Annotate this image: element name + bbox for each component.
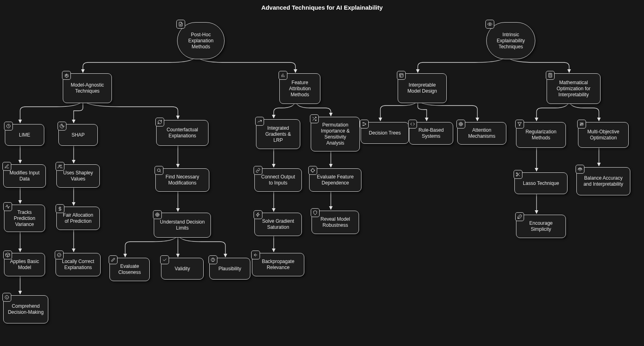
diagram-title: Advanced Techniques for AI Explainabilit…	[0, 4, 644, 11]
svg-point-0	[489, 24, 491, 25]
svg-point-7	[365, 124, 366, 124]
node-tracks-variance: Tracks Prediction Variance	[4, 205, 45, 232]
node-solve-gradient: Solve Gradient Saturation	[254, 213, 302, 236]
node-permutation: Permutation Importance & Sensitivity Ana…	[311, 117, 360, 151]
svg-point-13	[582, 124, 583, 124]
cube-icon	[3, 251, 12, 259]
node-integrated-grad: Integrated Gradients & LRP	[256, 119, 300, 149]
node-label: Comprehend Decision-Making	[8, 303, 44, 315]
layout-icon	[397, 71, 406, 80]
node-fair-allocation: Fair Allocation of Prediction	[56, 207, 100, 230]
node-label: Balance Accuracy and Interpretability	[581, 175, 626, 187]
node-label: Modifies Input Data	[8, 170, 41, 182]
feather-icon	[515, 212, 524, 221]
node-label: Applies Basic Model	[8, 259, 41, 271]
node-lasso: Lasso Technique	[514, 172, 568, 194]
node-applies-basic-model: Applies Basic Model	[4, 253, 45, 276]
node-plausibility: Plausibility	[209, 258, 250, 280]
eye-icon	[485, 20, 494, 29]
help-icon	[208, 255, 217, 264]
zap-icon	[254, 210, 262, 219]
node-label: Backpropagate Relevance	[256, 259, 300, 271]
activity-icon	[3, 202, 12, 211]
file-icon	[176, 20, 185, 29]
node-interpretable-design: Interpretable Model Design	[398, 73, 447, 103]
node-post-hoc: Post-Hoc Explanation Methods	[177, 22, 225, 59]
node-label: Counterfactual Explanations	[161, 127, 204, 139]
node-label: Lasso Technique	[523, 180, 559, 186]
node-label: LIME	[19, 132, 30, 138]
node-label: Rule-Based Systems	[413, 127, 449, 139]
clock-icon	[4, 122, 13, 131]
node-comprehend-decision: Comprehend Decision-Making	[3, 295, 48, 323]
node-label: Understand Decision Limits	[158, 219, 206, 231]
node-rule-based: Rule-Based Systems	[409, 122, 453, 145]
node-balance-accuracy: Balance Accuracy and Interpretability	[576, 167, 630, 195]
users-icon	[56, 162, 64, 171]
node-label: Interpretable Model Design	[402, 82, 442, 94]
scissors-icon	[514, 170, 522, 179]
node-label: Decision Trees	[369, 130, 400, 136]
node-math-opt: Mathematical Optimization for Interpreta…	[547, 73, 601, 104]
node-regularization: Regularization Methods	[516, 122, 566, 148]
trend-icon	[255, 117, 264, 126]
calculator-icon	[546, 71, 555, 80]
node-evaluate-closeness: Evaluate Closeness	[109, 258, 150, 281]
node-modifies-input: Modifies Input Data	[3, 164, 46, 188]
node-eval-feature-dep: Evaluate Feature Dependence	[309, 168, 361, 192]
node-label: Uses Shapley Values	[61, 170, 95, 182]
node-connect-output: Connect Output to Inputs	[254, 168, 302, 192]
node-label: Fair Allocation of Prediction	[61, 212, 95, 224]
node-label: Intrinsic Explainability Techniques	[491, 32, 531, 50]
shuffle-icon	[310, 114, 319, 123]
node-label: Solve Gradient Saturation	[259, 218, 297, 230]
node-label: Plausibility	[219, 266, 242, 272]
node-label: Reveal Model Robustness	[316, 216, 355, 228]
svg-point-22	[157, 215, 158, 215]
gear-icon	[62, 71, 71, 80]
node-counterfactual: Counterfactual Explanations	[156, 120, 208, 146]
svg-point-12	[581, 123, 582, 124]
filter-icon	[515, 120, 524, 128]
node-shapley-values: Uses Shapley Values	[56, 164, 100, 188]
node-label: Regularization Methods	[520, 129, 561, 141]
node-label: Evaluate Closeness	[114, 263, 145, 276]
search-icon	[155, 166, 163, 175]
crosshair-icon	[308, 166, 317, 175]
node-label: Encourage Simplicity	[520, 220, 561, 232]
branch-icon	[360, 120, 369, 128]
node-label: Model-Agnostic Techniques	[67, 82, 107, 94]
check-icon	[160, 255, 169, 264]
scale-icon	[576, 165, 584, 174]
node-label: Attention Mechanisms	[462, 127, 502, 139]
svg-point-15	[60, 165, 62, 166]
node-label: Locally Correct Explanations	[60, 259, 96, 271]
node-label: Mathematical Optimization for Interpreta…	[551, 80, 596, 98]
svg-rect-2	[400, 74, 403, 77]
shield-icon	[311, 208, 320, 217]
bar-chart-icon	[279, 71, 287, 80]
arrow-left-icon	[251, 251, 260, 259]
node-encourage-simplicity: Encourage Simplicity	[516, 215, 566, 238]
link-icon	[254, 166, 262, 175]
node-label: Post-Hoc Explanation Methods	[182, 32, 220, 50]
node-label: Feature Attribution Methods	[284, 80, 316, 98]
node-understand-limits: Understand Decision Limits	[154, 213, 211, 238]
node-label: Multi-Objective Optimization	[582, 129, 624, 141]
dollar-icon	[56, 204, 64, 213]
code-icon	[408, 120, 417, 128]
refresh-icon	[155, 118, 164, 126]
node-lime: LIME	[5, 124, 44, 146]
svg-point-14	[59, 165, 60, 166]
info-icon	[2, 293, 11, 302]
node-backprop-relevance: Backpropagate Relevance	[252, 253, 304, 276]
node-intrinsic: Intrinsic Explainability Techniques	[486, 22, 535, 59]
edit-icon	[2, 162, 11, 171]
node-label: SHAP	[72, 132, 85, 138]
svg-point-25	[213, 261, 213, 261]
node-label: Integrated Gradients & LRP	[260, 125, 296, 143]
node-label: Validity	[175, 266, 190, 272]
node-attention: Attention Mechanisms	[457, 122, 506, 145]
ruler-icon	[109, 255, 118, 264]
target-icon	[456, 120, 465, 128]
